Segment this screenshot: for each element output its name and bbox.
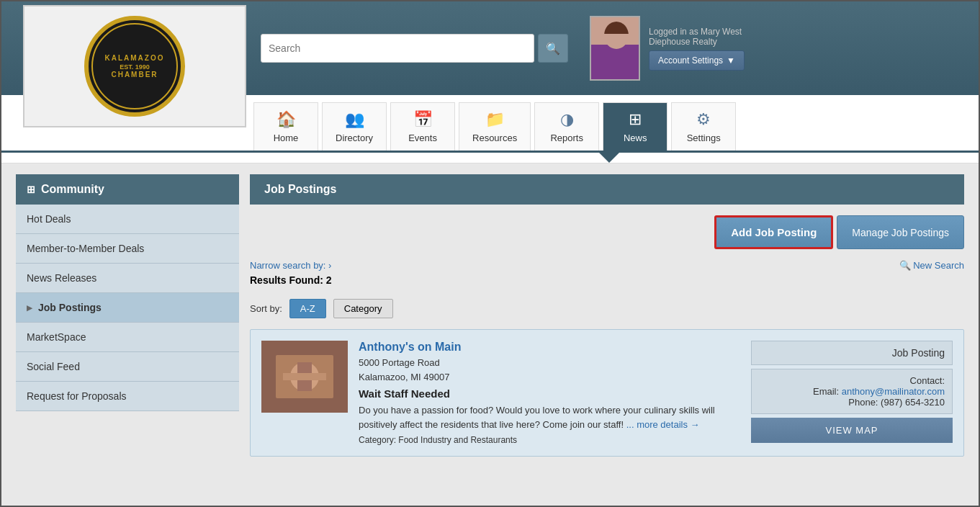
job-company-name[interactable]: Anthony's on Main xyxy=(359,341,740,354)
tab-resources-label: Resources xyxy=(472,133,517,143)
contact-email[interactable]: anthony@mailinator.com xyxy=(842,386,945,397)
tab-home-label: Home xyxy=(274,133,299,143)
search-bar: 🔍 xyxy=(261,34,568,63)
dropdown-icon: ▼ xyxy=(727,55,735,66)
sidebar-job-postings-label: Job Postings xyxy=(38,302,102,313)
sidebar-marketspace-label: MarketSpace xyxy=(27,331,86,343)
email-label: Email: xyxy=(813,386,839,397)
home-icon: 🏠 xyxy=(277,110,296,129)
tab-settings[interactable]: ⚙ Settings xyxy=(671,102,736,151)
job-card: Anthony's on Main 5000 Portage Road Kala… xyxy=(250,329,964,457)
phone-label: Phone: xyxy=(848,397,878,408)
job-category: Category: Food Industry and Restaurants xyxy=(359,435,740,445)
contact-email-row: Email: anthony@mailinator.com xyxy=(759,386,945,397)
sidebar: ⊞ Community Hot Deals Member-to-Member D… xyxy=(16,174,239,457)
sort-az-button[interactable]: A-Z xyxy=(289,299,326,318)
more-details-link[interactable]: ... more details → xyxy=(626,419,700,430)
search-button[interactable]: 🔍 xyxy=(538,34,568,63)
content-area: Job Postings Add Job Posting Manage Job … xyxy=(250,174,964,457)
search-small-icon: 🔍 xyxy=(899,260,911,271)
job-image xyxy=(261,341,348,413)
sidebar-header-label: Community xyxy=(41,183,104,196)
job-type-label: Job Posting xyxy=(751,341,953,365)
results-found: Results Found: 2 xyxy=(250,274,332,286)
manage-jobs-label: Manage Job Postings xyxy=(852,227,949,238)
tab-directory[interactable]: 👥 Directory xyxy=(322,102,387,151)
restaurant-image-svg xyxy=(261,341,348,413)
sidebar-hot-deals-label: Hot Deals xyxy=(27,213,71,225)
tab-events[interactable]: 📅 Events xyxy=(390,102,455,151)
sidebar-item-hot-deals[interactable]: Hot Deals xyxy=(16,205,239,234)
logo-chamber-text: CHAMBER xyxy=(111,71,158,78)
tab-news[interactable]: ⊞ News xyxy=(603,102,667,151)
job-address-line1: 5000 Portage Road xyxy=(359,356,740,370)
avatar xyxy=(590,16,640,81)
search-input[interactable] xyxy=(261,34,534,63)
contact-phone-row: Phone: (987) 654-3210 xyxy=(759,397,945,408)
arrow-icon: ▶ xyxy=(27,304,32,312)
settings-icon: ⚙ xyxy=(696,110,711,129)
narrow-search-arrow: › xyxy=(328,260,331,271)
tab-settings-label: Settings xyxy=(687,133,721,143)
view-map-label: VIEW MAP xyxy=(825,425,878,436)
contact-phone: (987) 654-3210 xyxy=(881,397,945,408)
sort-category-button[interactable]: Category xyxy=(333,299,393,318)
view-map-button[interactable]: VIEW MAP xyxy=(751,418,953,443)
grid-icon: ⊞ xyxy=(27,184,35,195)
narrow-search-area: Narrow search by: › Results Found: 2 xyxy=(250,260,332,293)
sidebar-social-feed-label: Social Feed xyxy=(27,361,80,372)
news-icon: ⊞ xyxy=(629,110,642,129)
job-card-inner: Anthony's on Main 5000 Portage Road Kala… xyxy=(261,341,953,445)
sidebar-item-request-proposals[interactable]: Request for Proposals xyxy=(16,382,239,411)
sidebar-member-deals-label: Member-to-Member Deals xyxy=(27,243,144,254)
svg-rect-4 xyxy=(283,373,326,380)
logo-est-text: EST. 1990 xyxy=(120,63,150,71)
narrow-search-label: Narrow search by: xyxy=(250,260,325,271)
tab-resources[interactable]: 📁 Resources xyxy=(459,102,531,151)
search-results-row: Narrow search by: › Results Found: 2 🔍 N… xyxy=(250,260,964,293)
add-job-label: Add Job Posting xyxy=(731,226,817,238)
user-info: Logged in as Mary West Diephouse Realty … xyxy=(649,27,745,71)
sort-category-label: Category xyxy=(344,303,382,314)
sidebar-request-proposals-label: Request for Proposals xyxy=(27,390,127,402)
logo-kalamazoo-text: KALAMAZOO xyxy=(105,54,165,62)
tab-news-label: News xyxy=(624,133,647,143)
contact-label: Contact: xyxy=(759,375,945,386)
reports-icon: ◑ xyxy=(560,110,574,129)
sort-bar: Sort by: A-Z Category xyxy=(250,299,964,318)
sidebar-item-member-deals[interactable]: Member-to-Member Deals xyxy=(16,234,239,264)
directory-icon: 👥 xyxy=(345,110,364,129)
job-title: Wait Staff Needed xyxy=(359,387,740,400)
sidebar-header: ⊞ Community xyxy=(16,174,239,205)
add-job-posting-button[interactable]: Add Job Posting xyxy=(714,215,833,249)
content-header: Job Postings xyxy=(250,174,964,205)
sidebar-item-social-feed[interactable]: Social Feed xyxy=(16,352,239,382)
action-buttons: Add Job Posting Manage Job Postings xyxy=(250,215,964,249)
narrow-search-link[interactable]: Narrow search by: › xyxy=(250,260,332,271)
job-address-line2: Kalamazoo, MI 49007 xyxy=(359,370,740,385)
tab-home[interactable]: 🏠 Home xyxy=(253,102,318,151)
header: KALAMAZOO EST. 1990 CHAMBER 🔍 xyxy=(1,1,979,95)
sidebar-item-job-postings[interactable]: ▶ Job Postings xyxy=(16,293,239,323)
job-contact-panel: Job Posting Contact: Email: anthony@mail… xyxy=(751,341,953,445)
new-search-link[interactable]: 🔍 New Search xyxy=(899,260,964,271)
tab-reports[interactable]: ◑ Reports xyxy=(534,102,599,151)
contact-info: Contact: Email: anthony@mailinator.com P… xyxy=(751,369,953,414)
job-description: Do you have a passion for food? Would yo… xyxy=(359,403,740,431)
manage-job-postings-button[interactable]: Manage Job Postings xyxy=(837,215,964,249)
sort-label: Sort by: xyxy=(250,303,282,314)
account-settings-button[interactable]: Account Settings ▼ xyxy=(649,50,745,71)
main-content: ⊞ Community Hot Deals Member-to-Member D… xyxy=(1,163,979,471)
nav-indicator xyxy=(1,153,979,163)
user-area: Logged in as Mary West Diephouse Realty … xyxy=(590,16,745,81)
sidebar-item-news-releases[interactable]: News Releases xyxy=(16,264,239,293)
account-settings-label: Account Settings xyxy=(658,55,723,66)
tab-directory-label: Directory xyxy=(336,133,373,143)
sidebar-item-marketspace[interactable]: MarketSpace xyxy=(16,323,239,352)
logged-in-label: Logged in as Mary West xyxy=(649,27,745,37)
logo-container: KALAMAZOO EST. 1990 CHAMBER xyxy=(23,5,246,127)
nav-arrow xyxy=(599,153,619,163)
sort-az-label: A-Z xyxy=(300,303,315,314)
user-company: Diephouse Realty xyxy=(649,37,745,47)
content-header-label: Job Postings xyxy=(264,183,336,195)
